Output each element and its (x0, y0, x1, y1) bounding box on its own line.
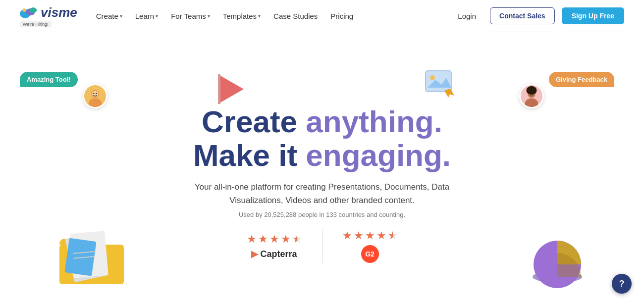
nav-right: Login Contact Sales Sign Up Free (451, 7, 624, 24)
chevron-down-icon: ▾ (156, 13, 158, 19)
g2-stars: ★ ★ ★ ★ ★ ★ (342, 229, 398, 242)
chevron-down-icon: ▾ (120, 13, 122, 19)
hiring-badge: We're Hiring! (20, 21, 52, 27)
pie-chart-decoration (525, 235, 590, 291)
nav-item-learn[interactable]: Learn ▾ (130, 9, 163, 23)
hero-title-line2: Make it engaging. (193, 139, 451, 172)
svg-point-2 (30, 7, 37, 13)
hero-stat: Used by 20,525,288 people in 133 countri… (239, 211, 405, 218)
bubble-text-left: Amazing Tool! (20, 72, 78, 87)
capterra-rating: ★ ★ ★ ★ ★ ★ ▶ Capterra (227, 233, 322, 259)
nav-items: Create ▾ Learn ▾ For Teams ▾ Templates ▾… (91, 9, 358, 23)
svg-point-3 (22, 8, 26, 12)
ratings-row: ★ ★ ★ ★ ★ ★ ▶ Capterra ★ ★ ★ ★ (227, 229, 418, 263)
nav-item-pricing[interactable]: Pricing (325, 9, 358, 23)
avatar-right (519, 84, 544, 108)
bubble-text-right: Giving Feedback (549, 72, 614, 87)
logo-text: visme (41, 5, 77, 20)
svg-point-23 (526, 86, 537, 95)
image-icon-decoration (424, 67, 456, 99)
bubble-left: Amazing Tool! (20, 77, 107, 108)
svg-point-19 (525, 98, 538, 108)
bubble-right: Giving Feedback (519, 77, 614, 108)
svg-point-13 (88, 98, 101, 108)
logo[interactable]: visme We're Hiring! (20, 5, 77, 27)
svg-point-15 (93, 93, 95, 94)
svg-marker-5 (218, 74, 220, 104)
avatar-left (83, 84, 107, 108)
signup-button[interactable]: Sign Up Free (562, 7, 624, 24)
folder-decoration (54, 225, 134, 291)
nav-item-case-studies[interactable]: Case Studies (268, 9, 322, 23)
hero-subtitle: Your all-in-one platform for creating Pr… (193, 180, 451, 207)
help-button[interactable]: ? (612, 274, 632, 294)
capterra-stars: ★ ★ ★ ★ ★ ★ (247, 233, 302, 246)
chevron-down-icon: ▾ (208, 13, 210, 19)
svg-point-16 (96, 93, 97, 94)
svg-marker-4 (220, 76, 244, 102)
g2-rating: ★ ★ ★ ★ ★ ★ G2 (322, 229, 418, 263)
nav-left: visme We're Hiring! Create ▾ Learn ▾ For… (20, 5, 358, 27)
play-icon-decoration (213, 72, 248, 106)
logo-icon (20, 5, 38, 19)
contact-sales-button[interactable]: Contact Sales (490, 7, 555, 24)
nav-item-for-teams[interactable]: For Teams ▾ (166, 9, 215, 23)
g2-logo: G2 (361, 245, 379, 263)
login-button[interactable]: Login (451, 9, 483, 23)
capterra-logo: ▶ Capterra (251, 249, 297, 259)
hero-title-line1: Create anything. (193, 105, 451, 139)
g2-badge-icon: G2 (361, 245, 379, 263)
navbar: visme We're Hiring! Create ▾ Learn ▾ For… (0, 0, 644, 32)
chevron-down-icon: ▾ (258, 13, 261, 19)
svg-point-8 (430, 75, 435, 80)
nav-item-create[interactable]: Create ▾ (91, 9, 127, 23)
nav-item-templates[interactable]: Templates ▾ (218, 9, 266, 23)
hero-section: Amazing Tool! Giving Feedback (0, 32, 644, 306)
capterra-arrow-icon: ▶ (251, 249, 258, 259)
